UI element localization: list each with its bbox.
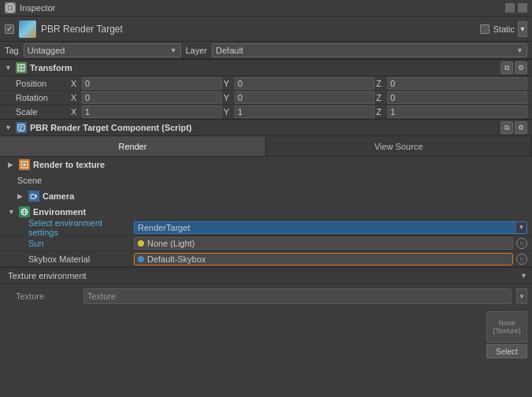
scene-text: Scene xyxy=(17,176,42,185)
rot-x-input[interactable]: 0 xyxy=(82,91,222,104)
sun-label: Sun xyxy=(28,239,131,248)
texture-label: Texture xyxy=(16,291,79,301)
tree-item-camera[interactable]: ▶ Camera xyxy=(0,188,532,204)
scale-label: Scale xyxy=(16,107,71,117)
transform-settings-btn[interactable]: ⚙ xyxy=(515,61,527,74)
tag-bar: Tag Untagged ▼ Layer Default ▼ xyxy=(0,42,532,59)
select-env-label: Select environment settings xyxy=(28,218,131,237)
inspector-icon xyxy=(5,2,16,13)
pos-z-label: Z xyxy=(376,79,386,88)
texture-dropdown-arrow[interactable]: ▼ xyxy=(516,288,527,304)
menu-btn[interactable] xyxy=(518,3,527,13)
pos-y-input[interactable]: 0 xyxy=(235,77,375,90)
environment-arrow: ▼ xyxy=(8,208,16,216)
transform-position-row: Position X 0 Y 0 Z 0 xyxy=(0,76,532,91)
render-to-texture-label: Render to texture xyxy=(33,160,105,169)
object-checkbox[interactable]: ✓ xyxy=(5,24,14,34)
camera-arrow: ▶ xyxy=(17,192,25,200)
script-settings-btn[interactable]: ⚙ xyxy=(515,121,527,134)
layer-arrow: ▼ xyxy=(516,46,523,54)
layer-label: Layer xyxy=(186,46,208,55)
render-to-texture-arrow: ▶ xyxy=(8,161,16,169)
pos-x-label: X xyxy=(71,79,80,88)
scale-z-input[interactable]: 1 xyxy=(387,106,527,118)
pos-x-input[interactable]: 0 xyxy=(82,77,222,90)
sun-dot xyxy=(138,240,144,247)
sun-value[interactable]: None (Light) xyxy=(134,237,513,250)
scene-label: Scene xyxy=(0,173,532,188)
tag-arrow: ▼ xyxy=(170,46,177,54)
layer-value: Default xyxy=(216,46,516,55)
camera-label: Camera xyxy=(42,191,74,201)
script-title: PBR Render Target Component (Script) xyxy=(30,123,497,132)
scale-x-label: X xyxy=(71,107,80,117)
rot-z-input[interactable]: 0 xyxy=(387,91,527,104)
scale-z-label: Z xyxy=(376,107,386,117)
skybox-value[interactable]: Default-Skybox xyxy=(134,253,513,265)
tree-item-render-to-texture[interactable]: ▶ Render to texture xyxy=(0,157,532,173)
prop-row-select-env: Select environment settings RenderTarget… xyxy=(0,220,532,236)
static-label: Static xyxy=(493,24,515,34)
static-dropdown[interactable]: ▼ xyxy=(518,21,527,37)
rot-z-label: Z xyxy=(376,93,386,102)
script-icon xyxy=(16,122,27,133)
script-copy-btn[interactable]: ⧉ xyxy=(501,121,513,134)
rotation-label: Rotation xyxy=(16,93,71,102)
texture-type-label: (Texture) xyxy=(493,327,521,335)
select-env-value[interactable]: RenderTarget ▼ xyxy=(134,221,527,234)
script-header: ▼ PBR Render Target Component (Script) ⧉… xyxy=(0,119,532,136)
layer-select[interactable]: Default ▼ xyxy=(212,43,527,58)
texture-select-btn[interactable]: Select xyxy=(486,344,527,358)
object-icon xyxy=(19,20,36,38)
tag-label: Tag xyxy=(5,46,19,55)
scale-y-input[interactable]: 1 xyxy=(235,106,375,118)
static-badge: Static ▼ xyxy=(480,21,527,37)
transform-arrow: ▼ xyxy=(5,64,13,72)
texture-row: Texture Texture ▼ xyxy=(0,284,532,308)
object-bar: ✓ PBR Render Target Static ▼ xyxy=(0,17,532,42)
texture-preview-area: None (Texture) Select xyxy=(0,308,532,362)
camera-icon xyxy=(28,191,39,202)
texture-env-arrow: ▼ xyxy=(520,272,527,280)
texture-env-dropdown[interactable]: Texture environment ▼ xyxy=(0,267,532,284)
select-env-dropdown[interactable]: ▼ xyxy=(515,222,526,233)
tag-select[interactable]: Untagged ▼ xyxy=(24,43,181,58)
scale-y-label: Y xyxy=(224,107,233,117)
prop-row-skybox: Skybox Material Default-Skybox ○ xyxy=(0,251,532,267)
script-arrow: ▼ xyxy=(5,124,13,132)
sun-text: None (Light) xyxy=(147,239,509,248)
prop-row-sun: Sun None (Light) ○ xyxy=(0,236,532,251)
transform-copy-btn[interactable]: ⧉ xyxy=(501,61,513,74)
tab-view-source[interactable]: View Source xyxy=(266,136,532,156)
transform-icon xyxy=(16,62,27,73)
skybox-circle-btn[interactable]: ○ xyxy=(516,254,527,265)
tag-value: Untagged xyxy=(28,46,154,55)
texture-preview-block: None (Texture) Select xyxy=(486,311,527,358)
rot-y-label: Y xyxy=(224,93,233,102)
position-label: Position xyxy=(16,79,71,88)
texture-preview-box: None (Texture) xyxy=(486,311,527,343)
transform-header: ▼ Transform ⧉ ⚙ xyxy=(0,59,532,76)
transform-scale-row: Scale X 1 Y 1 Z 1 xyxy=(0,105,532,119)
tab-bar: Render View Source xyxy=(0,136,532,157)
texture-none-label: None xyxy=(498,319,515,327)
transform-title: Transform xyxy=(30,63,497,72)
title-bar: Inspector xyxy=(0,0,532,17)
environment-icon xyxy=(19,206,30,217)
object-name: PBR Render Target xyxy=(41,24,475,35)
svg-rect-12 xyxy=(31,195,35,198)
select-env-text: RenderTarget xyxy=(138,223,523,232)
scale-x-input[interactable]: 1 xyxy=(82,106,222,118)
svg-point-11 xyxy=(23,163,26,166)
pos-z-input[interactable]: 0 xyxy=(387,77,527,90)
lock-btn[interactable] xyxy=(505,3,515,13)
skybox-text: Default-Skybox xyxy=(147,254,509,264)
texture-field[interactable]: Texture xyxy=(83,288,512,304)
rot-y-input[interactable]: 0 xyxy=(235,91,375,104)
pos-y-label: Y xyxy=(224,79,233,88)
svg-point-2 xyxy=(9,9,10,10)
tab-render[interactable]: Render xyxy=(0,136,266,156)
static-checkbox[interactable] xyxy=(480,24,490,34)
sun-circle-btn[interactable]: ○ xyxy=(516,238,527,249)
skybox-dot xyxy=(138,256,144,262)
